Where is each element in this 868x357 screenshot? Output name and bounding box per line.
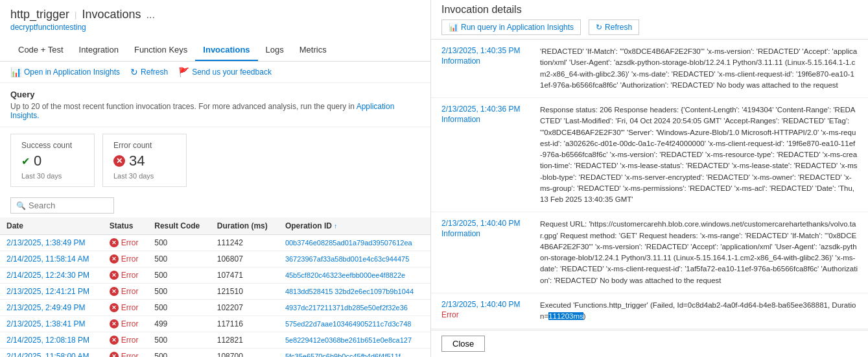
cell-status: ✕Error	[103, 349, 148, 358]
table-row[interactable]: 2/13/2025, 1:38:41 PM ✕Error 499 117116 …	[0, 316, 430, 332]
cell-code: 500	[148, 251, 211, 267]
cell-opid: 5e8229412e0368be261b651e0e8ca127	[279, 332, 430, 349]
invocation-detail-item: 2/13/2025, 1:40:40 PM Error Executed 'Fu…	[431, 293, 868, 330]
operation-id: 5fc35e6570c6b9b0cc45fb4d6f4f511f	[285, 352, 401, 357]
table-row[interactable]: 2/14/2025, 12:08:18 PM ✕Error 500 112821…	[0, 332, 430, 349]
table-row[interactable]: 2/13/2025, 2:49:49 PM ✕Error 500 102207 …	[0, 300, 430, 316]
operation-id: 36723967af33a58bd001e4c63c944475	[285, 255, 409, 263]
invocations-table: Date Status Result Code Duration (ms) Op…	[0, 217, 430, 357]
cell-duration: 102207	[211, 300, 279, 316]
invocation-content: Executed 'Functions.http_trigger' (Faile…	[540, 300, 858, 323]
left-panel: http_trigger | Invocations ... decryptfu…	[0, 0, 431, 357]
cell-date: 2/14/2025, 11:58:14 AM	[0, 251, 103, 267]
open-app-insights-button[interactable]: 📊 Open in Application Insights	[10, 67, 120, 77]
invocations-table-area: Date Status Result Code Duration (ms) Op…	[0, 217, 430, 357]
table-row[interactable]: 2/13/2025, 12:41:21 PM ✕Error 500 121510…	[0, 284, 430, 300]
col-operation-id[interactable]: Operation ID ↑	[279, 217, 430, 235]
table-row[interactable]: 2/13/2025, 1:38:49 PM ✕Error 500 111242 …	[0, 235, 430, 251]
more-options-icon[interactable]: ...	[147, 9, 155, 21]
table-row[interactable]: 2/14/2025, 11:58:14 AM ✕Error 500 106807…	[0, 251, 430, 267]
invocation-details-list: 2/13/2025, 1:40:35 PM Information 'REDAC…	[431, 40, 868, 330]
tab-logs[interactable]: Logs	[258, 40, 292, 61]
cell-date: 2/13/2025, 12:41:21 PM	[0, 284, 103, 300]
cell-opid: 36723967af33a58bd001e4c63c944475	[279, 251, 430, 267]
status-error: ✕Error	[110, 238, 141, 247]
col-duration: Duration (ms)	[211, 217, 279, 235]
cell-date: 2/14/2025, 12:08:18 PM	[0, 332, 103, 349]
date-link[interactable]: 2/13/2025, 2:49:49 PM	[6, 303, 85, 312]
col-status: Status	[103, 217, 148, 235]
search-input[interactable]	[29, 201, 108, 210]
highlighted-value: 111203ms	[548, 312, 583, 320]
cell-duration: 111242	[211, 235, 279, 251]
feedback-button[interactable]: 🚩 Send us your feedback	[178, 67, 272, 77]
refresh-button[interactable]: ↻ Refresh	[130, 67, 168, 77]
status-error: ✕Error	[110, 271, 141, 280]
invocation-content: Request URL: 'https://customercarehh.blo…	[540, 219, 858, 286]
date-link[interactable]: 2/13/2025, 1:38:41 PM	[6, 319, 85, 328]
invocation-meta: 2/13/2025, 1:40:36 PM Information	[441, 105, 532, 205]
title-separator: |	[75, 10, 76, 19]
cell-status: ✕Error	[103, 267, 148, 284]
cell-opid: 5fc35e6570c6b9b0cc45fb4d6f4f511f	[279, 349, 430, 358]
run-query-icon: 📊	[449, 23, 458, 32]
error-indicator: ✕	[110, 352, 119, 357]
subtitle-link[interactable]: decryptfunctiontesting	[10, 23, 420, 32]
resource-name: http_trigger	[10, 8, 69, 21]
invocation-date: 2/13/2025, 1:40:35 PM	[441, 46, 532, 55]
cell-opid: 575ed22d7aae103464905211c7d3c748	[279, 316, 430, 332]
operation-id: 4813dd528415 32bd2e6ec1097b9b1044	[285, 288, 414, 295]
table-body: 2/13/2025, 1:38:49 PM ✕Error 500 111242 …	[0, 235, 430, 358]
date-link[interactable]: 2/13/2025, 12:41:21 PM	[6, 287, 89, 296]
close-button-area: Close	[431, 330, 868, 357]
tab-integration[interactable]: Integration	[71, 40, 126, 61]
table-row[interactable]: 2/14/2025, 12:24:30 PM ✕Error 500 107471…	[0, 267, 430, 284]
cell-duration: 108700	[211, 349, 279, 358]
tab-code-test[interactable]: Code + Test	[10, 40, 71, 61]
date-link[interactable]: 2/13/2025, 1:38:49 PM	[6, 238, 85, 247]
invocation-level: Information	[441, 229, 532, 238]
cell-code: 500	[148, 300, 211, 316]
invocation-details-title: Invocation details	[441, 4, 858, 16]
date-link[interactable]: 2/14/2025, 11:58:14 AM	[6, 254, 89, 264]
operation-id: 00b3746e08285ad01a79ad39507612ea	[285, 239, 412, 247]
run-query-button[interactable]: 📊 Run query in Application Insights	[441, 19, 581, 35]
cell-status: ✕Error	[103, 300, 148, 316]
tab-function-keys[interactable]: Function Keys	[126, 40, 195, 61]
search-section: 🔍	[0, 193, 430, 217]
invocation-content: Response status: 206 Response headers: {…	[540, 105, 858, 205]
query-text: Up to 20 of the most recent function inv…	[10, 102, 420, 120]
table-row[interactable]: 2/14/2025, 11:58:00 AM ✕Error 500 108700…	[0, 349, 430, 358]
cell-opid: 45b5cf820c46323eefbb000ee4f8822e	[279, 267, 430, 284]
right-refresh-button[interactable]: ↻ Refresh	[589, 19, 639, 35]
cell-code: 500	[148, 284, 211, 300]
cell-opid: 4813dd528415 32bd2e6ec1097b9b1044	[279, 284, 430, 300]
invocation-level: Information	[441, 115, 532, 124]
error-indicator: ✕	[110, 319, 119, 328]
cell-status: ✕Error	[103, 235, 148, 251]
date-link[interactable]: 2/14/2025, 12:08:18 PM	[6, 336, 89, 345]
query-description: Query Up to 20 of the most recent functi…	[0, 83, 430, 127]
close-button[interactable]: Close	[441, 336, 485, 352]
refresh-icon: ↻	[130, 67, 138, 77]
cell-date: 2/13/2025, 2:49:49 PM	[0, 300, 103, 316]
tab-invocations[interactable]: Invocations	[195, 40, 257, 61]
cell-date: 2/14/2025, 12:24:30 PM	[0, 267, 103, 284]
right-toolbar: 📊 Run query in Application Insights ↻ Re…	[441, 19, 858, 35]
feedback-icon: 🚩	[178, 67, 189, 77]
invocation-meta: 2/13/2025, 1:40:35 PM Information	[441, 46, 532, 91]
cell-date: 2/13/2025, 1:38:41 PM	[0, 316, 103, 332]
search-icon: 🔍	[16, 201, 26, 210]
cell-duration: 107471	[211, 267, 279, 284]
error-count-card: Error count ✕ 34 Last 30 days	[102, 134, 187, 187]
date-link[interactable]: 2/14/2025, 12:24:30 PM	[6, 271, 89, 280]
date-link[interactable]: 2/14/2025, 11:58:00 AM	[6, 352, 89, 357]
nav-tab-bar: Code + Test Integration Function Keys In…	[0, 40, 430, 62]
col-result-code: Result Code	[148, 217, 211, 235]
status-error: ✕Error	[110, 336, 141, 345]
cell-status: ✕Error	[103, 251, 148, 267]
invocation-detail-item: 2/13/2025, 1:40:35 PM Information 'REDAC…	[431, 40, 868, 98]
invocation-detail-item: 2/13/2025, 1:40:40 PM Information Reques…	[431, 212, 868, 293]
cell-date: 2/13/2025, 1:38:49 PM	[0, 235, 103, 251]
tab-metrics[interactable]: Metrics	[292, 40, 334, 61]
